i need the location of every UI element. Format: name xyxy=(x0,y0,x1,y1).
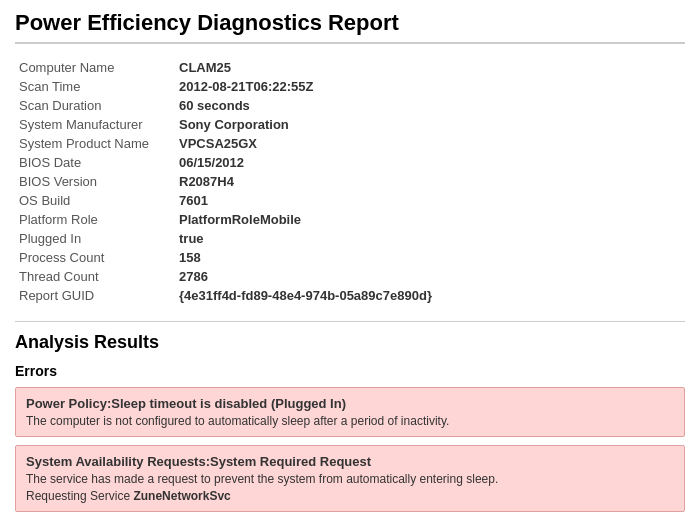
table-row: Plugged Intrue xyxy=(15,229,685,248)
field-label: Report GUID xyxy=(15,286,175,305)
field-label: Thread Count xyxy=(15,267,175,286)
field-label: System Manufacturer xyxy=(15,115,175,134)
field-label: Platform Role xyxy=(15,210,175,229)
analysis-heading: Analysis Results xyxy=(15,332,685,353)
field-label: OS Build xyxy=(15,191,175,210)
field-value: true xyxy=(175,229,685,248)
system-info-table: Computer NameCLAM25Scan Time2012-08-21T0… xyxy=(15,58,685,305)
errors-heading: Errors xyxy=(15,363,685,379)
table-row: BIOS VersionR2087H4 xyxy=(15,172,685,191)
error-description: The computer is not configured to automa… xyxy=(26,414,674,428)
field-label: Scan Time xyxy=(15,77,175,96)
field-label: BIOS Date xyxy=(15,153,175,172)
field-value: 2786 xyxy=(175,267,685,286)
table-row: Process Count158 xyxy=(15,248,685,267)
field-value: 60 seconds xyxy=(175,96,685,115)
table-row: Scan Time2012-08-21T06:22:55Z xyxy=(15,77,685,96)
table-row: Platform RolePlatformRoleMobile xyxy=(15,210,685,229)
table-row: Computer NameCLAM25 xyxy=(15,58,685,77)
error-description: The service has made a request to preven… xyxy=(26,472,674,486)
field-value: PlatformRoleMobile xyxy=(175,210,685,229)
table-row: BIOS Date06/15/2012 xyxy=(15,153,685,172)
table-row: OS Build7601 xyxy=(15,191,685,210)
field-label: Plugged In xyxy=(15,229,175,248)
field-label: System Product Name xyxy=(15,134,175,153)
error-sub-value: ZuneNetworkSvc xyxy=(133,489,230,503)
error-card: Power Policy:Sleep timeout is disabled (… xyxy=(15,387,685,437)
field-value: 158 xyxy=(175,248,685,267)
analysis-section: Analysis Results Errors Power Policy:Sle… xyxy=(15,321,685,512)
error-title: Power Policy:Sleep timeout is disabled (… xyxy=(26,396,674,411)
field-value: 06/15/2012 xyxy=(175,153,685,172)
field-label: Scan Duration xyxy=(15,96,175,115)
field-value: CLAM25 xyxy=(175,58,685,77)
page-title: Power Efficiency Diagnostics Report xyxy=(15,10,685,44)
field-value: 2012-08-21T06:22:55Z xyxy=(175,77,685,96)
field-value: 7601 xyxy=(175,191,685,210)
table-row: System ManufacturerSony Corporation xyxy=(15,115,685,134)
errors-container: Power Policy:Sleep timeout is disabled (… xyxy=(15,387,685,512)
field-label: BIOS Version xyxy=(15,172,175,191)
table-row: Thread Count2786 xyxy=(15,267,685,286)
field-value: Sony Corporation xyxy=(175,115,685,134)
field-label: Process Count xyxy=(15,248,175,267)
error-sub: Requesting Service ZuneNetworkSvc xyxy=(26,489,674,503)
table-row: Scan Duration60 seconds xyxy=(15,96,685,115)
field-value: R2087H4 xyxy=(175,172,685,191)
table-row: Report GUID{4e31ff4d-fd89-48e4-974b-05a8… xyxy=(15,286,685,305)
field-value: VPCSA25GX xyxy=(175,134,685,153)
field-label: Computer Name xyxy=(15,58,175,77)
error-title: System Availability Requests:System Requ… xyxy=(26,454,674,469)
error-card: System Availability Requests:System Requ… xyxy=(15,445,685,512)
field-value: {4e31ff4d-fd89-48e4-974b-05a89c7e890d} xyxy=(175,286,685,305)
table-row: System Product NameVPCSA25GX xyxy=(15,134,685,153)
